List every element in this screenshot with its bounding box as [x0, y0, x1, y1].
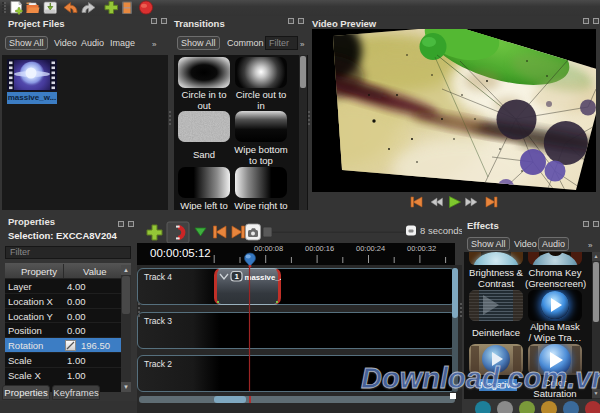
svg-text:1: 1	[235, 272, 240, 281]
svg-text:8 seconds: 8 seconds	[420, 225, 462, 236]
